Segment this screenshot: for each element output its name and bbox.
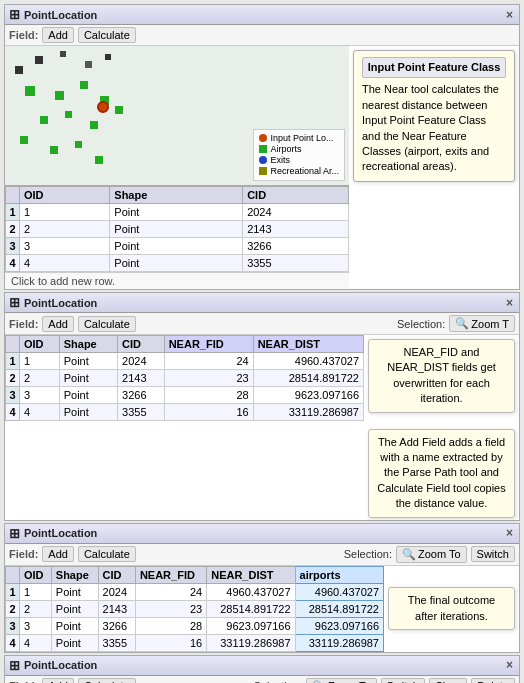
panel2-row: 4 4 Point 3355 16 33119.286987 [6, 404, 364, 421]
panel3-grid-icon: ⊞ [9, 526, 20, 541]
panel2-close-button[interactable]: × [504, 296, 515, 310]
cell-shape: Point [59, 387, 117, 404]
panel2-toolbar: Field: Add Calculate Selection: 🔍 Zoom T [5, 313, 519, 335]
panel1-calculate-button[interactable]: Calculate [78, 27, 136, 43]
cell-cid: 2024 [98, 583, 135, 600]
panel3-zoom-icon: 🔍 [402, 548, 416, 561]
cell-near-dist: 28514.891722 [207, 600, 295, 617]
panel4-delete-button[interactable]: Delete [471, 678, 515, 683]
cell-oid: 4 [20, 404, 60, 421]
panel2-grid-icon: ⊞ [9, 295, 20, 310]
p2-col-near-fid: NEAR_FID [164, 336, 253, 353]
cell-cid: 2143 [118, 370, 165, 387]
panel1: ⊞ PointLocation × Field: Add Calculate [4, 4, 520, 290]
cell-near-fid: 24 [135, 583, 206, 600]
cell-cid: 3355 [243, 255, 349, 272]
panel4-grid-icon: ⊞ [9, 658, 20, 673]
p3-col-shape: Shape [51, 566, 98, 583]
col-header-oid: OID [20, 187, 110, 204]
map-area: Input Point Lo... Airports Exits Re [5, 46, 349, 186]
panel4-zoom-button[interactable]: 🔍 Zoom To [306, 678, 377, 683]
cell-shape: Point [59, 370, 117, 387]
panel1-header: ⊞ PointLocation × [5, 5, 519, 25]
row-indicator: 4 [6, 255, 20, 272]
zoom-icon: 🔍 [455, 317, 469, 330]
panel4-add-button[interactable]: Add [42, 678, 74, 683]
cell-oid: 2 [20, 370, 60, 387]
panel4-toolbar: Field: Add Calculate Selection: 🔍 Zoom T… [5, 676, 519, 683]
panel1-callout-body: The Near tool calculates the nearest dis… [362, 82, 506, 174]
panel2-calculate-button[interactable]: Calculate [78, 316, 136, 332]
col-header-indicator [6, 187, 20, 204]
panel4-clear-button[interactable]: Clear [429, 678, 467, 683]
p2-col-cid: CID [118, 336, 165, 353]
panel1-add-button[interactable]: Add [42, 27, 74, 43]
cell-oid: 4 [20, 255, 110, 272]
panel3-table: OID Shape CID NEAR_FID NEAR_DIST airport… [5, 566, 384, 652]
panel3-zoom-button[interactable]: 🔍 Zoom To [396, 546, 467, 563]
panel2-row: 2 2 Point 2143 23 28514.891722 [6, 370, 364, 387]
row-indicator: 2 [6, 370, 20, 387]
row-indicator: 1 [6, 583, 20, 600]
panel1-add-row[interactable]: Click to add new row. [5, 272, 349, 289]
p2-col-shape: Shape [59, 336, 117, 353]
row-indicator: 4 [6, 634, 20, 651]
panel2-zoom-button[interactable]: 🔍 Zoom T [449, 315, 515, 332]
p3-col-near-fid: NEAR_FID [135, 566, 206, 583]
panel1-field-label: Field: [9, 29, 38, 41]
panel3-add-button[interactable]: Add [42, 546, 74, 562]
panel3-close-button[interactable]: × [504, 526, 515, 540]
panel4-close-button[interactable]: × [504, 658, 515, 672]
p3-col-indicator [6, 566, 20, 583]
cell-oid: 1 [20, 204, 110, 221]
panel3-row: 2 2 Point 2143 23 28514.891722 28514.891… [6, 600, 384, 617]
panel3-field-label: Field: [9, 548, 38, 560]
col-header-shape: Shape [110, 187, 243, 204]
cell-near-fid: 28 [135, 617, 206, 634]
cell-cid: 2024 [118, 353, 165, 370]
p2-col-oid: OID [20, 336, 60, 353]
cell-cid: 2143 [98, 600, 135, 617]
cell-near-fid: 28 [164, 387, 253, 404]
cell-near-fid: 16 [135, 634, 206, 651]
panel4: ⊞ PointLocation × Field: Add Calculate S… [4, 655, 520, 683]
cell-shape: Point [110, 255, 243, 272]
cell-near-dist: 33119.286987 [253, 404, 363, 421]
panel4-switch-button[interactable]: Switch [381, 678, 425, 683]
cell-oid: 4 [20, 634, 52, 651]
cell-cid: 2024 [243, 204, 349, 221]
cell-shape: Point [110, 204, 243, 221]
panel4-calculate-button[interactable]: Calculate [78, 678, 136, 683]
panel3-final-callout: The final outcome after iterations. [388, 587, 515, 630]
panel3-header: ⊞ PointLocation × [5, 524, 519, 544]
panel1-row: 2 2 Point 2143 [6, 221, 349, 238]
cell-shape: Point [51, 600, 98, 617]
p3-col-oid: OID [20, 566, 52, 583]
cell-near-dist: 33119.286987 [207, 634, 295, 651]
cell-shape: Point [110, 238, 243, 255]
row-indicator: 3 [6, 617, 20, 634]
panel3-selection-label: Selection: [344, 548, 392, 560]
p2-col-indicator [6, 336, 20, 353]
panel2-field-label: Field: [9, 318, 38, 330]
panel3-switch-button[interactable]: Switch [471, 546, 515, 562]
panel2-table: OID Shape CID NEAR_FID NEAR_DIST 1 1 Poi… [5, 335, 364, 421]
panel1-title: PointLocation [24, 9, 500, 21]
row-indicator: 2 [6, 221, 20, 238]
panel4-zoom-icon: 🔍 [312, 680, 326, 683]
cell-oid: 1 [20, 353, 60, 370]
cell-oid: 2 [20, 221, 110, 238]
panel1-close-button[interactable]: × [504, 8, 515, 22]
panel2-add-button[interactable]: Add [42, 316, 74, 332]
row-indicator: 2 [6, 600, 20, 617]
cell-shape: Point [51, 634, 98, 651]
cell-oid: 1 [20, 583, 52, 600]
panel4-header: ⊞ PointLocation × [5, 656, 519, 676]
panel3-calculate-button[interactable]: Calculate [78, 546, 136, 562]
p3-col-near-dist: NEAR_DIST [207, 566, 295, 583]
panel4-title: PointLocation [24, 659, 500, 671]
panel3-row: 1 1 Point 2024 24 4960.437027 4960.43702… [6, 583, 384, 600]
cell-near-dist: 4960.437027 [207, 583, 295, 600]
row-indicator: 3 [6, 238, 20, 255]
panel1-table: OID Shape CID 1 1 Point 2024 2 2 Point 2… [5, 186, 349, 272]
